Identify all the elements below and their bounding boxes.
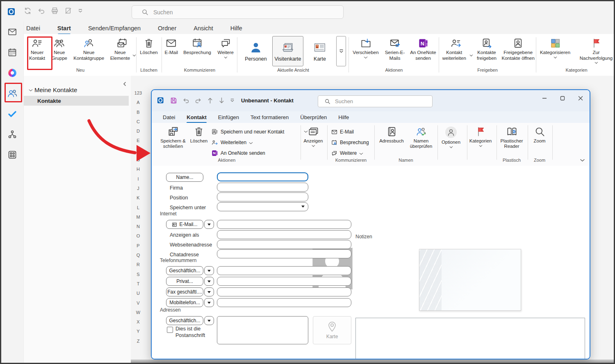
redo-icon[interactable] [195, 97, 202, 104]
app-search[interactable] [132, 5, 344, 19]
alphabet-letter[interactable]: B [137, 110, 139, 115]
geschaeftlich-adresse-dropdown[interactable] [204, 316, 214, 325]
speichern-neuer-kontakt-button[interactable]: Speichern und neuer Kontakt [212, 128, 298, 136]
name-button[interactable]: Name... [166, 173, 203, 182]
tab-senden-empfangen[interactable]: Senden/Empfangen [88, 24, 141, 32]
window-search-input[interactable] [334, 98, 414, 105]
alphabet-letter[interactable]: H [137, 167, 140, 172]
rail-calendar-icon[interactable] [7, 47, 18, 58]
namen-ueberpruefen-button[interactable]: Namen überprüfen [407, 126, 435, 149]
save-icon[interactable] [170, 97, 177, 104]
rail-org-icon[interactable] [7, 129, 18, 140]
view-karte-tile[interactable]: Karte [304, 36, 335, 66]
mobiltelefon-dropdown[interactable] [204, 298, 214, 307]
minimize-button[interactable] [542, 96, 547, 101]
undo-icon[interactable] [182, 97, 189, 104]
alphabet-letter[interactable]: C [137, 120, 140, 124]
alphabet-letter[interactable]: J [137, 186, 139, 191]
alphabet-letter[interactable]: L [137, 206, 139, 210]
wtab-text-formatieren[interactable]: Text formatieren [250, 113, 289, 121]
fax-input[interactable] [217, 287, 351, 296]
alphabet-letter[interactable]: D [137, 129, 140, 133]
collapse-pane-icon[interactable] [123, 81, 127, 86]
mobiltelefon-input[interactable] [217, 298, 351, 307]
fax-button[interactable]: Fax geschäftl.... [166, 287, 203, 296]
alphabet-letter[interactable]: I [137, 177, 139, 181]
chatadresse-input[interactable] [217, 249, 351, 258]
serien-emails-button[interactable]: Serien-E-Mails [383, 36, 407, 61]
notizen-textarea[interactable] [355, 318, 585, 359]
email-input[interactable] [217, 220, 351, 229]
window-email-button[interactable]: E-Mail [331, 128, 372, 136]
geschaeftlich-phone-dropdown[interactable] [204, 266, 214, 275]
tab-start[interactable]: Start [57, 24, 71, 32]
anzeigen-button[interactable]: Anzeigen [302, 126, 325, 147]
window-loeschen-button[interactable]: Löschen [189, 126, 209, 144]
privat-phone-dropdown[interactable] [204, 277, 214, 286]
email-field-dropdown[interactable] [204, 220, 214, 229]
privat-phone-button[interactable]: Privat... [166, 277, 203, 286]
neuer-kontakt-button[interactable]: Neuer Kontakt [26, 36, 48, 61]
neue-gruppe-button[interactable]: Neue Gruppe [50, 36, 68, 61]
alphabet-letter[interactable]: M [136, 215, 140, 219]
rail-todo-icon[interactable] [7, 109, 18, 119]
wtab-kontakt[interactable]: Kontakt [186, 113, 207, 121]
tab-datei[interactable]: Datei [26, 24, 41, 32]
tab-ansicht[interactable]: Ansicht [193, 24, 214, 32]
collapse-ribbon-icon[interactable] [580, 159, 585, 163]
customize-qat-icon[interactable] [230, 98, 235, 102]
zoom-button[interactable]: Zoom [529, 126, 550, 144]
speichern-unter-select[interactable] [217, 202, 308, 211]
print-icon[interactable] [51, 7, 59, 15]
my-contacts-header[interactable]: Meine Kontakte [29, 86, 77, 93]
rail-apps-icon[interactable] [7, 149, 18, 160]
neue-elemente-button[interactable]: Neue Elemente [109, 36, 135, 61]
alphabet-letter[interactable]: X [137, 320, 139, 324]
alphabet-letter[interactable]: 123 [134, 91, 142, 95]
send-receive-icon[interactable] [24, 7, 32, 15]
kontakt-weiterleiten-button[interactable]: Kontakt weiterleiten [440, 36, 472, 61]
customize-qat-icon[interactable] [78, 9, 83, 13]
plastischer-reader-button[interactable]: Plastischer Reader [499, 126, 525, 149]
alphabet-letter[interactable]: R [137, 262, 140, 267]
view-gallery-more-button[interactable] [336, 36, 346, 66]
alphabet-letter[interactable]: O [137, 234, 140, 238]
alphabet-letter[interactable]: Z [137, 339, 140, 344]
firma-input[interactable] [217, 183, 308, 192]
weiterleiten-button[interactable]: Weiterleiten [212, 138, 298, 147]
tab-hilfe[interactable]: Hilfe [230, 24, 243, 32]
wtab-datei[interactable]: Datei [162, 113, 175, 121]
rail-copilot-icon[interactable] [7, 68, 18, 78]
window-search[interactable] [318, 95, 433, 107]
alphabet-letter[interactable]: K [137, 196, 139, 200]
webseitenadresse-input[interactable] [217, 240, 351, 249]
alphabet-letter[interactable]: A [137, 100, 139, 105]
loeschen-button[interactable]: Löschen [138, 36, 159, 56]
optionen-button[interactable]: Optionen [440, 126, 462, 149]
email-button[interactable]: E-Mail [163, 36, 180, 56]
neue-kontaktgruppe-button[interactable]: Neue Kontaktgruppe [70, 36, 107, 61]
adressbuch-button[interactable]: Adressbuch [378, 126, 405, 144]
kategorisieren-button[interactable]: Kategorisieren [538, 36, 573, 59]
alphabet-letter[interactable]: S [137, 272, 139, 277]
kontakte-freigeben-button[interactable]: Kontakte freigeben [474, 36, 500, 61]
rail-people-icon[interactable] [7, 88, 18, 99]
move-up-icon[interactable] [207, 97, 213, 104]
alphabet-letter[interactable]: N [137, 224, 140, 229]
name-input[interactable] [217, 172, 308, 181]
geschaeftlich-phone-button[interactable]: Geschäftlich... [166, 266, 203, 275]
view-visitenkarte-tile[interactable]: Visitenkarte [272, 36, 303, 66]
karte-button[interactable]: Karte [313, 316, 351, 344]
zur-nachverfolgung-button[interactable]: Zur Nachverfolgung [577, 36, 615, 64]
alphabet-letter[interactable]: T [137, 282, 140, 286]
window-kategorien-button[interactable]: Kategorien [468, 126, 493, 147]
freigegebene-kontakte-button[interactable]: Freigegebene Kontakte öffnen [501, 36, 535, 61]
alphabet-letter[interactable]: Y [137, 329, 139, 334]
alphabet-letter[interactable]: F [137, 148, 140, 153]
undo-icon[interactable] [37, 7, 45, 15]
fax-dropdown[interactable] [204, 287, 214, 296]
mobiltelefon-button[interactable]: Mobiltelefon... [166, 298, 203, 307]
alphabet-letter[interactable]: V [137, 301, 139, 305]
view-personen-tile[interactable]: Personen [240, 36, 271, 66]
recover-items-icon[interactable] [64, 7, 72, 15]
